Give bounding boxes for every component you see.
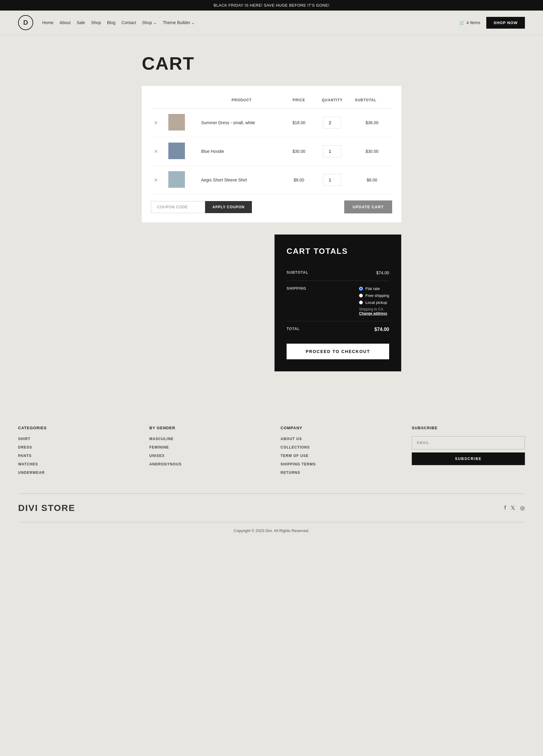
footer-categories: CATEGORIES SHIRTDRESSPANTSWATCHESUNDERWE… (18, 426, 131, 478)
checkout-button[interactable]: PROCEED TO CHECKOUT (287, 344, 389, 359)
header-left: D Home About Sale Shop Blog Contact Shop… (18, 15, 195, 30)
remove-item-button[interactable]: ✕ (154, 149, 158, 154)
nav-about[interactable]: About (59, 20, 71, 25)
footer-category-link[interactable]: SHIRT (18, 437, 30, 441)
footer-company-link[interactable]: TERM OF USE (281, 454, 309, 458)
footer-company-link[interactable]: COLLECTIONS (281, 445, 310, 449)
shipping-local[interactable]: Local pickup (359, 300, 389, 305)
cart-items-count: 4 Items (466, 20, 480, 25)
product-subtotal: $30.00 (352, 137, 392, 166)
coupon-input[interactable] (151, 201, 205, 213)
cart-table-wrap: PRODUCT PRICE QUANTITY SUBTOTAL ✕ Summer… (142, 86, 401, 222)
main-content: CART PRODUCT PRICE QUANTITY SUBTOTAL ✕ S… (136, 35, 407, 408)
shop-now-button[interactable]: SHOP NOW (486, 17, 525, 29)
list-item: SHIPPING TERMS (281, 461, 394, 466)
footer-company-link[interactable]: RETURNS (281, 471, 300, 475)
footer-company-link[interactable]: ABOUT US (281, 437, 302, 441)
list-item: MASCULINE (149, 436, 262, 441)
quantity-input[interactable] (323, 117, 341, 129)
footer-by-gender-title: BY GENDER (149, 426, 262, 430)
list-item: WATCHES (18, 461, 131, 466)
footer-gender-link[interactable]: UNISEX (149, 454, 165, 458)
facebook-icon[interactable]: f (504, 505, 506, 511)
twitter-icon[interactable]: 𝕏 (511, 505, 515, 511)
total-row: TOTAL $74.00 (287, 321, 389, 338)
product-price: $18.00 (285, 109, 313, 137)
cart-icon-wrap[interactable]: 🛒 4 Items (459, 20, 480, 25)
product-quantity-cell (313, 166, 352, 194)
footer-gender-link[interactable]: FEMININE (149, 445, 169, 449)
page-title: CART (142, 53, 401, 74)
quantity-input[interactable] (323, 145, 341, 157)
nav-blog[interactable]: Blog (107, 20, 115, 25)
footer-brand: DIVI STORE (18, 503, 75, 513)
footer-company-title: COMPANY (281, 426, 394, 430)
footer-gender-link[interactable]: ANDROGYNOUS (149, 462, 181, 466)
product-subtotal: $8.00 (352, 166, 392, 194)
product-name: Blue Hoodie (201, 149, 224, 154)
coupon-row: APPLY COUPON UPDATE CART (151, 200, 392, 213)
shipping-to: Shipping to CA. (359, 307, 389, 311)
table-row: ✕ Aegis Short Sleeve Shirt $8.00 $8.00 (151, 166, 392, 194)
nav-sale[interactable]: Sale (77, 20, 85, 25)
logo[interactable]: D (18, 15, 33, 30)
shipping-label: SHIPPING (287, 286, 306, 291)
footer-bottom: DIVI STORE f 𝕏 ◎ (18, 493, 525, 513)
list-item: ANDROGYNOUS (149, 461, 262, 466)
shipping-flat-rate-label: Flat rate (365, 286, 380, 291)
footer-category-link[interactable]: WATCHES (18, 462, 38, 466)
change-address-link[interactable]: Change address (359, 311, 389, 316)
subtotal-value: $74.00 (376, 270, 389, 275)
footer: CATEGORIES SHIRTDRESSPANTSWATCHESUNDERWE… (0, 408, 543, 551)
nav-shop[interactable]: Shop (91, 20, 101, 25)
list-item: RETURNS (281, 470, 394, 475)
footer-category-link[interactable]: UNDERWEAR (18, 471, 45, 475)
cart-icon: 🛒 (459, 20, 465, 25)
shipping-free-radio[interactable] (359, 294, 363, 298)
product-quantity-cell (313, 137, 352, 166)
apply-coupon-button[interactable]: APPLY COUPON (205, 201, 252, 213)
col-img (165, 95, 198, 109)
cart-totals: CART TOTALS SUBTOTAL $74.00 SHIPPING Fla… (275, 235, 401, 371)
footer-company: COMPANY ABOUT USCOLLECTIONSTERM OF USESH… (281, 426, 394, 478)
footer-category-link[interactable]: PANTS (18, 454, 32, 458)
product-name: Aegis Short Sleeve Shirt (201, 178, 247, 182)
quantity-input[interactable] (323, 174, 341, 186)
footer-by-gender: BY GENDER MASCULINEFEMININEUNISEXANDROGY… (149, 426, 262, 478)
list-item: TERM OF USE (281, 453, 394, 458)
footer-copyright: Copyright © 2023 Divi. All Rights Reserv… (18, 522, 525, 533)
product-image (168, 143, 185, 159)
nav-home[interactable]: Home (42, 20, 53, 25)
update-cart-button[interactable]: UPDATE CART (344, 200, 392, 213)
shipping-flat-rate-radio[interactable] (359, 287, 363, 291)
top-banner: BLACK FRIDAY IS HERE! SAVE HUGE BEFORE I… (0, 0, 543, 11)
product-price: $30.00 (285, 137, 313, 166)
shipping-free-label: Free shipping (365, 293, 389, 298)
nav-theme-builder[interactable]: Theme Builder ⌄ (163, 20, 195, 25)
banner-text: BLACK FRIDAY IS HERE! SAVE HUGE BEFORE I… (213, 3, 330, 8)
footer-categories-list: SHIRTDRESSPANTSWATCHESUNDERWEAR (18, 436, 131, 475)
table-row: ✕ Blue Hoodie $30.00 $30.00 (151, 137, 392, 166)
shipping-options: Flat rate Free shipping Local pickup Shi… (359, 286, 389, 316)
shipping-flat-rate[interactable]: Flat rate (359, 286, 389, 291)
footer-category-link[interactable]: DRESS (18, 445, 32, 449)
cart-table: PRODUCT PRICE QUANTITY SUBTOTAL ✕ Summer… (151, 95, 392, 194)
footer-gender-link[interactable]: MASCULINE (149, 437, 173, 441)
shipping-local-radio[interactable] (359, 301, 363, 304)
nav-shop-dropdown[interactable]: Shop ⌄ (142, 20, 157, 25)
shipping-row: SHIPPING Flat rate Free shipping (287, 281, 389, 321)
product-price: $8.00 (285, 166, 313, 194)
subscribe-email-input[interactable] (412, 436, 525, 449)
col-quantity: QUANTITY (313, 95, 352, 109)
product-image (168, 114, 185, 131)
remove-item-button[interactable]: ✕ (154, 120, 158, 126)
shipping-free[interactable]: Free shipping (359, 293, 389, 298)
instagram-icon[interactable]: ◎ (520, 505, 525, 511)
col-product: PRODUCT (198, 95, 286, 109)
remove-item-button[interactable]: ✕ (154, 177, 158, 183)
nav-contact[interactable]: Contact (121, 20, 136, 25)
product-subtotal: $36.00 (352, 109, 392, 137)
subscribe-button[interactable]: SUBSCRIBE (412, 452, 525, 465)
footer-company-link[interactable]: SHIPPING TERMS (281, 462, 316, 466)
footer-company-list: ABOUT USCOLLECTIONSTERM OF USESHIPPING T… (281, 436, 394, 475)
